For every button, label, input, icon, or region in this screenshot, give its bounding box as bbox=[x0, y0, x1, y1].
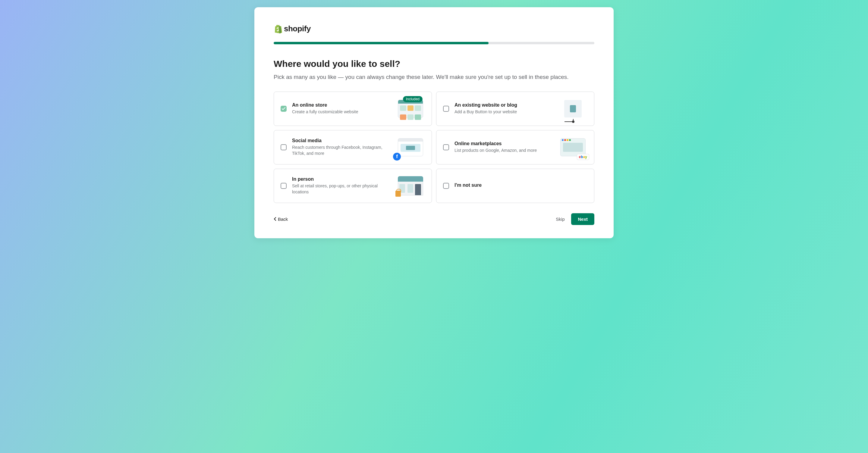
shopping-bag-icon bbox=[396, 191, 401, 197]
brand-name: shopify bbox=[284, 24, 311, 33]
progress-fill bbox=[274, 42, 489, 44]
social-media-illustration-icon: f bbox=[396, 136, 425, 158]
option-desc: Sell at retail stores, pop-ups, or other… bbox=[292, 183, 391, 195]
option-existing-website[interactable]: An existing website or blog Add a Buy Bu… bbox=[436, 92, 594, 126]
option-desc: List products on Google, Amazon, and mor… bbox=[455, 148, 553, 154]
brand-logo: shopify bbox=[274, 24, 594, 33]
option-in-person[interactable]: In person Sell at retail stores, pop-ups… bbox=[274, 169, 432, 203]
included-badge: Included bbox=[403, 96, 423, 102]
option-title: I'm not sure bbox=[455, 183, 587, 188]
in-person-illustration-icon bbox=[396, 175, 425, 197]
options-grid: Included An online store Create a fully … bbox=[274, 92, 594, 203]
back-button[interactable]: Back bbox=[274, 217, 288, 222]
checkbox-social-media[interactable] bbox=[281, 144, 287, 150]
page-subheading: Pick as many as you like — you can alway… bbox=[274, 73, 594, 81]
marketplaces-illustration-icon: ebay bbox=[558, 136, 587, 158]
next-button[interactable]: Next bbox=[571, 213, 594, 225]
option-desc: Add a Buy Button to your website bbox=[455, 109, 553, 115]
ebay-icon: ebay bbox=[577, 154, 589, 160]
facebook-icon: f bbox=[393, 153, 401, 161]
option-title: An existing website or blog bbox=[455, 102, 553, 108]
back-label: Back bbox=[278, 217, 288, 222]
option-not-sure[interactable]: I'm not sure bbox=[436, 169, 594, 203]
footer-nav: Back Skip Next bbox=[274, 213, 594, 225]
shopify-bag-icon bbox=[274, 24, 282, 33]
progress-bar bbox=[274, 42, 594, 44]
checkbox-online-marketplaces[interactable] bbox=[443, 144, 449, 150]
option-online-marketplaces[interactable]: Online marketplaces List products on Goo… bbox=[436, 130, 594, 164]
checkbox-online-store[interactable] bbox=[281, 106, 287, 112]
option-online-store[interactable]: Included An online store Create a fully … bbox=[274, 92, 432, 126]
option-title: In person bbox=[292, 176, 391, 182]
option-title: Social media bbox=[292, 138, 391, 143]
option-social-media[interactable]: Social media Reach customers through Fac… bbox=[274, 130, 432, 164]
chevron-left-icon bbox=[274, 217, 276, 221]
page-heading: Where would you like to sell? bbox=[274, 59, 594, 69]
checkbox-existing-website[interactable] bbox=[443, 106, 449, 112]
option-title: Online marketplaces bbox=[455, 141, 553, 147]
skip-button[interactable]: Skip bbox=[556, 217, 564, 222]
checkbox-not-sure[interactable] bbox=[443, 183, 449, 189]
existing-website-illustration-icon bbox=[558, 98, 587, 120]
option-desc: Create a fully customizable website bbox=[292, 109, 391, 115]
checkbox-in-person[interactable] bbox=[281, 183, 287, 189]
option-title: An online store bbox=[292, 102, 391, 108]
onboarding-card: shopify Where would you like to sell? Pi… bbox=[254, 7, 614, 238]
option-desc: Reach customers through Facebook, Instag… bbox=[292, 144, 391, 156]
